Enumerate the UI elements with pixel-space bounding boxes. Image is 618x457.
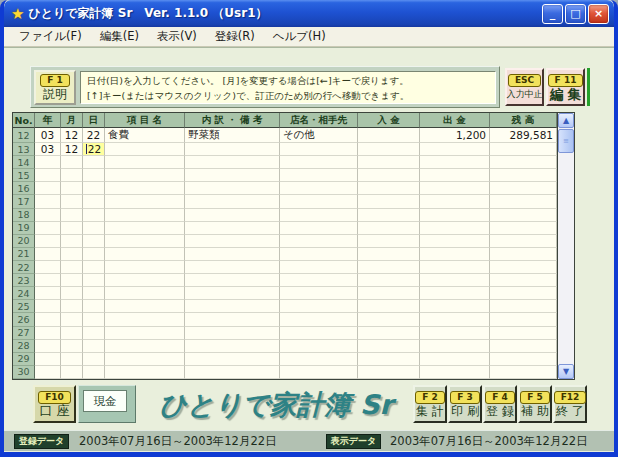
cell-outgo[interactable]: [420, 300, 490, 313]
cell-item[interactable]: 食費: [105, 128, 185, 143]
cell-outgo[interactable]: [420, 327, 490, 340]
cell-shop[interactable]: [280, 143, 358, 156]
cell-balance[interactable]: [490, 235, 557, 248]
cell-income[interactable]: [358, 235, 420, 248]
cell-shop[interactable]: [280, 195, 358, 208]
cell-outgo[interactable]: 1,200: [420, 128, 490, 143]
cell-balance[interactable]: [490, 156, 557, 169]
cell-income[interactable]: [358, 366, 420, 379]
cell-detail[interactable]: [185, 287, 280, 300]
cell-detail[interactable]: [185, 182, 280, 195]
cell-shop[interactable]: [280, 313, 358, 326]
cell-item[interactable]: [105, 353, 185, 366]
cell-day[interactable]: [83, 235, 105, 248]
cell-year[interactable]: [35, 222, 61, 235]
cell-year[interactable]: [35, 169, 61, 182]
cell-item[interactable]: [105, 143, 185, 156]
cell-income[interactable]: [358, 340, 420, 353]
cell-day[interactable]: [83, 340, 105, 353]
cell-day[interactable]: [83, 366, 105, 379]
cell-year[interactable]: [35, 274, 61, 287]
cell-detail[interactable]: [185, 327, 280, 340]
cell-shop[interactable]: [280, 261, 358, 274]
cell-year[interactable]: [35, 287, 61, 300]
cell-detail[interactable]: [185, 195, 280, 208]
f10-account-button[interactable]: F10 口 座: [33, 385, 76, 423]
cell-item[interactable]: [105, 287, 185, 300]
cell-item[interactable]: [105, 366, 185, 379]
cell-detail[interactable]: [185, 222, 280, 235]
cell-year[interactable]: [35, 248, 61, 261]
cell-balance[interactable]: [490, 195, 557, 208]
cell-day[interactable]: [83, 156, 105, 169]
cell-outgo[interactable]: [420, 143, 490, 156]
cell-year[interactable]: [35, 235, 61, 248]
cell-outgo[interactable]: [420, 340, 490, 353]
cell-item[interactable]: [105, 156, 185, 169]
menu-file[interactable]: ファイル(F): [10, 27, 91, 46]
cell-shop[interactable]: [280, 169, 358, 182]
cell-month[interactable]: [61, 366, 83, 379]
cell-balance[interactable]: [490, 366, 557, 379]
cell-income[interactable]: [358, 274, 420, 287]
cell-year[interactable]: 03: [35, 143, 61, 156]
cell-income[interactable]: [358, 222, 420, 235]
cell-shop[interactable]: その他: [280, 128, 358, 143]
cell-income[interactable]: [358, 313, 420, 326]
cell-year[interactable]: [35, 156, 61, 169]
cell-item[interactable]: [105, 235, 185, 248]
cell-balance[interactable]: [490, 169, 557, 182]
scroll-thumb[interactable]: ≡: [558, 129, 574, 153]
cell-shop[interactable]: [280, 182, 358, 195]
cell-day[interactable]: [83, 209, 105, 222]
cell-detail[interactable]: [185, 261, 280, 274]
cell-detail[interactable]: [185, 169, 280, 182]
cell-income[interactable]: [358, 327, 420, 340]
cell-item[interactable]: [105, 340, 185, 353]
menu-view[interactable]: 表示(V): [148, 27, 206, 46]
menu-help[interactable]: ヘルプ(H): [264, 27, 335, 46]
cell-detail[interactable]: [185, 143, 280, 156]
cell-item[interactable]: [105, 222, 185, 235]
cell-item[interactable]: [105, 182, 185, 195]
cell-balance[interactable]: 289,581: [490, 128, 557, 143]
cell-shop[interactable]: [280, 300, 358, 313]
cell-outgo[interactable]: [420, 235, 490, 248]
cell-shop[interactable]: [280, 274, 358, 287]
f1-help-button[interactable]: F 1 説明: [34, 70, 76, 105]
esc-cancel-button[interactable]: ESC 入力中止: [505, 68, 544, 106]
cell-day[interactable]: [83, 248, 105, 261]
cell-month[interactable]: [61, 313, 83, 326]
cell-year[interactable]: [35, 209, 61, 222]
cell-day[interactable]: [83, 353, 105, 366]
cell-month[interactable]: [61, 274, 83, 287]
cell-day[interactable]: [83, 222, 105, 235]
cell-year[interactable]: [35, 195, 61, 208]
cell-income[interactable]: [358, 287, 420, 300]
cell-income[interactable]: [358, 353, 420, 366]
cell-year[interactable]: 03: [35, 128, 61, 143]
cell-income[interactable]: [358, 209, 420, 222]
cell-year[interactable]: [35, 182, 61, 195]
cell-year[interactable]: [35, 300, 61, 313]
cell-outgo[interactable]: [420, 248, 490, 261]
minimize-button[interactable]: _: [542, 4, 563, 24]
scroll-track[interactable]: [558, 153, 574, 364]
close-button[interactable]: ×: [588, 4, 609, 24]
cell-income[interactable]: [358, 156, 420, 169]
cell-year[interactable]: [35, 340, 61, 353]
scroll-down-icon[interactable]: ▼: [558, 364, 574, 379]
cell-shop[interactable]: [280, 327, 358, 340]
cell-item[interactable]: [105, 300, 185, 313]
cell-month[interactable]: [61, 195, 83, 208]
cell-outgo[interactable]: [420, 156, 490, 169]
cell-outgo[interactable]: [420, 287, 490, 300]
f12-exit-button[interactable]: F12 終 了: [553, 385, 587, 423]
cell-month[interactable]: [61, 353, 83, 366]
cell-detail[interactable]: [185, 366, 280, 379]
menu-register[interactable]: 登録(R): [206, 27, 264, 46]
cell-month[interactable]: [61, 182, 83, 195]
cell-outgo[interactable]: [420, 261, 490, 274]
cell-income[interactable]: [358, 182, 420, 195]
cell-detail[interactable]: [185, 300, 280, 313]
